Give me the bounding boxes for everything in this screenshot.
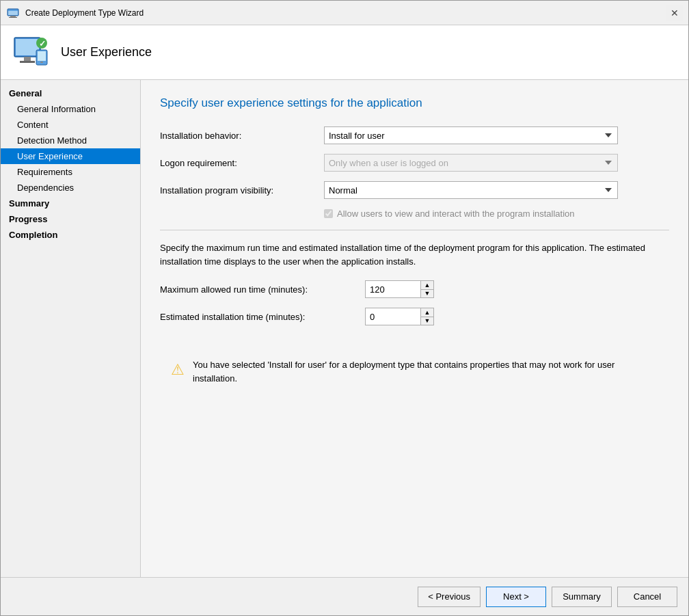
- allow-users-row: Allow users to view and interact with th…: [324, 209, 669, 219]
- allow-users-label: Allow users to view and interact with th…: [337, 209, 575, 219]
- header-icon: ✓: [12, 34, 50, 72]
- wizard-window: Create Deployment Type Wizard ✕ ✓ User E…: [0, 0, 689, 616]
- section-divider: [160, 230, 669, 230]
- svg-rect-8: [20, 61, 35, 63]
- installation-behavior-label: Installation behavior:: [160, 131, 324, 141]
- estimated-time-input[interactable]: [366, 308, 420, 325]
- estimated-time-label: Estimated installation time (minutes):: [160, 312, 365, 322]
- sidebar-item-content[interactable]: Content: [1, 117, 140, 133]
- warning-text: You have selected 'Install for user' for…: [193, 358, 658, 385]
- title-bar: Create Deployment Type Wizard ✕: [1, 1, 688, 25]
- wizard-body: General General Information Content Dete…: [1, 80, 688, 577]
- warning-box: ⚠ You have selected 'Install for user' f…: [160, 347, 669, 396]
- estimated-time-spinner-buttons: ▲ ▼: [420, 308, 433, 325]
- installation-visibility-label: Installation program visibility:: [160, 185, 324, 196]
- close-button[interactable]: ✕: [666, 5, 683, 21]
- max-run-time-up-button[interactable]: ▲: [421, 281, 433, 289]
- sidebar-item-detection-method[interactable]: Detection Method: [1, 133, 140, 148]
- svg-rect-6: [16, 39, 39, 55]
- summary-button[interactable]: Summary: [552, 587, 612, 607]
- sidebar: General General Information Content Dete…: [1, 80, 141, 577]
- window-icon: [6, 6, 20, 20]
- svg-rect-7: [24, 57, 31, 61]
- logon-requirement-control: Only when a user is logged on: [324, 154, 618, 172]
- max-run-time-down-button[interactable]: ▼: [421, 289, 433, 297]
- sidebar-item-dependencies[interactable]: Dependencies: [1, 180, 140, 196]
- max-run-time-spinner: ▲ ▼: [365, 280, 434, 298]
- installation-behavior-control: Install for user Install for system Inst…: [324, 126, 618, 144]
- svg-rect-2: [9, 17, 17, 18]
- svg-rect-11: [40, 62, 43, 63]
- content-area: Specify user experience settings for the…: [141, 80, 688, 577]
- svg-rect-1: [10, 16, 16, 17]
- logon-requirement-label: Logon requirement:: [160, 158, 324, 168]
- max-run-time-input[interactable]: [366, 281, 420, 297]
- svg-rect-4: [8, 10, 18, 11]
- sidebar-item-general-information[interactable]: General Information: [1, 101, 140, 117]
- wizard-header: ✓ User Experience: [1, 25, 688, 80]
- previous-button[interactable]: < Previous: [418, 587, 481, 607]
- content-title: Specify user experience settings for the…: [160, 96, 669, 110]
- estimated-time-row: Estimated installation time (minutes): ▲…: [160, 308, 669, 325]
- svg-text:✓: ✓: [39, 39, 46, 49]
- logon-requirement-row: Logon requirement: Only when a user is l…: [160, 154, 669, 172]
- max-run-time-row: Maximum allowed run time (minutes): ▲ ▼: [160, 280, 669, 298]
- warning-icon: ⚠: [171, 358, 185, 381]
- installation-behavior-row: Installation behavior: Install for user …: [160, 126, 669, 144]
- max-run-time-label: Maximum allowed run time (minutes):: [160, 284, 365, 295]
- estimated-time-spinner: ▲ ▼: [365, 308, 434, 325]
- installation-behavior-select[interactable]: Install for user Install for system Inst…: [324, 126, 618, 144]
- sidebar-group-summary[interactable]: Summary: [1, 196, 140, 211]
- sidebar-item-user-experience[interactable]: User Experience: [1, 148, 140, 164]
- allow-users-checkbox[interactable]: [324, 209, 333, 218]
- installation-visibility-control: Normal Hidden Minimized Maximized: [324, 181, 618, 199]
- next-button[interactable]: Next >: [486, 587, 546, 607]
- estimated-time-up-button[interactable]: ▲: [421, 308, 433, 317]
- logon-requirement-select[interactable]: Only when a user is logged on: [324, 154, 618, 172]
- max-run-time-spinner-buttons: ▲ ▼: [420, 281, 433, 297]
- sidebar-group-progress[interactable]: Progress: [1, 211, 140, 227]
- installation-visibility-select[interactable]: Normal Hidden Minimized Maximized: [324, 181, 618, 199]
- estimated-time-down-button[interactable]: ▼: [421, 317, 433, 325]
- wizard-footer: < Previous Next > Summary Cancel: [1, 577, 688, 615]
- svg-rect-10: [38, 51, 46, 61]
- sidebar-group-completion[interactable]: Completion: [1, 227, 140, 243]
- cancel-button[interactable]: Cancel: [617, 587, 677, 607]
- run-time-description: Specify the maximum run time and estimat…: [160, 241, 669, 268]
- sidebar-group-general: General: [1, 85, 140, 101]
- window-title: Create Deployment Type Wizard: [25, 8, 666, 18]
- installation-visibility-row: Installation program visibility: Normal …: [160, 181, 669, 199]
- sidebar-item-requirements[interactable]: Requirements: [1, 164, 140, 180]
- header-title: User Experience: [61, 45, 152, 59]
